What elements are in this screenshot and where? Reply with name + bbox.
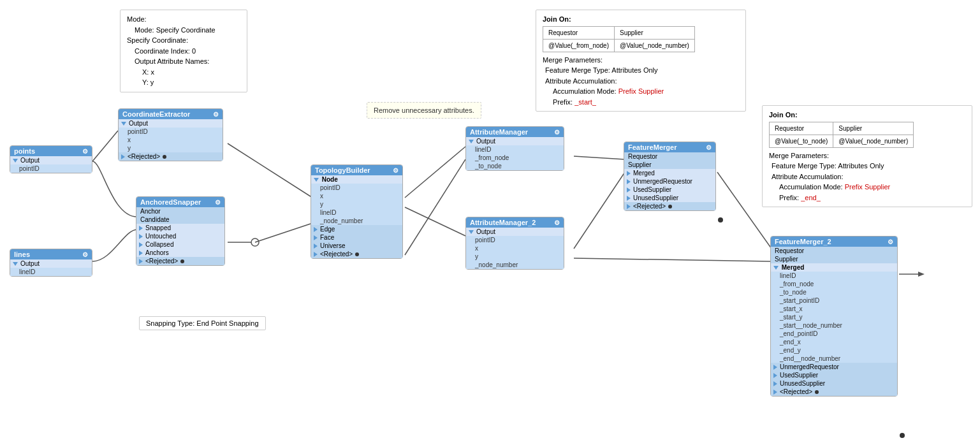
remove-note-text: Remove unnecessary attributes. [374,106,474,114]
as-rejected-dot [180,259,184,263]
fm1-used-port: UsedSupplier [624,186,715,194]
anchored-snapper-gear[interactable]: ⚙ [215,199,221,206]
mode-line7: Y: y [127,77,240,88]
anchored-snapper-node: AnchoredSnapper ⚙ Anchor Candidate Snapp… [136,196,225,266]
tb-x-port: x [311,192,402,200]
fm2-used-port: UsedSupplier [771,371,897,379]
triangle-right-icon8 [314,235,318,240]
feature-merger-header[interactable]: FeatureMerger ⚙ [624,142,715,152]
topology-builder-header[interactable]: TopologyBuilder ⚙ [311,165,402,175]
triangle-right-icon15 [627,204,631,209]
join-on1-requestor-value: @Value(_from_node) [543,39,615,52]
fm2-endpointid-port: _end_pointID [771,330,897,338]
join-on2-merge-line1: Feature Merge Type: Attributes Only [769,161,965,171]
as-collapsed-label: Collapsed [145,241,173,248]
join-on1-accent2: _start_ [574,98,596,106]
lines-label: lines [14,251,30,258]
topology-builder-node: TopologyBuilder ⚙ Node pointID x y lineI… [311,164,403,259]
lines-header[interactable]: lines ⚙ [10,249,92,259]
as-candidate-port: Candidate [136,215,224,224]
feature-merger-gear[interactable]: ⚙ [706,144,712,151]
tb-face-label: Face [320,234,334,241]
triangle-right-icon2 [139,226,143,231]
mode-line3: Specify Coordinate: [127,35,240,46]
as-snapped-port: Snapped [136,224,224,232]
attribute-manager-header[interactable]: AttributeManager ⚙ [466,127,564,137]
triangle-right-icon13 [627,187,631,193]
am2-x-port: x [466,244,564,252]
as-snapped-label: Snapped [145,224,171,231]
join-on1-merge-line3: Accumulation Mode: Prefix Supplier [543,86,739,97]
triangle-right-icon17 [773,373,777,378]
fm2-supplier-port: Supplier [771,255,897,263]
triangle-right-icon7 [314,227,318,232]
feature-merger2-header[interactable]: FeatureMerger_2 ⚙ [771,237,897,247]
feature-merger2-gear[interactable]: ⚙ [888,238,893,245]
join-on1-info: Join On: Requestor Supplier @Value(_from… [536,10,746,112]
fm2-rejected-dot [815,390,819,394]
anchored-snapper-label: AnchoredSnapper [140,198,201,206]
attribute-manager2-gear[interactable]: ⚙ [554,219,560,226]
points-header[interactable]: points ⚙ [10,146,92,156]
triangle-right-icon14 [627,196,631,201]
am2-nodenumber-port: _node_number [466,261,564,269]
join-on2-info: Join On: Requestor Supplier @Value(_to_n… [762,105,972,207]
points-node: points ⚙ Output pointID [10,145,92,173]
coordinate-extractor-node: CoordinateExtractor ⚙ Output pointID x y… [118,108,223,161]
as-untouched-label: Untouched [145,233,176,240]
tb-edge-label: Edge [320,226,335,233]
fm2-endnodenumber-port: _end__node_number [771,354,897,363]
triangle-down-icon [13,159,18,163]
triangle-down-icon7 [773,266,779,270]
triangle-down-icon4 [314,178,319,182]
fm1-unmerged-label: UnmergedRequestor [633,178,692,185]
as-anchors-label: Anchors [145,249,169,256]
as-anchors-port: Anchors [136,249,224,257]
triangle-right-icon19 [773,390,777,395]
attribute-manager2-header[interactable]: AttributeManager_2 ⚙ [466,217,564,228]
join-on2-merge-title: Merge Parameters: [769,150,965,161]
svg-point-2 [718,217,723,222]
tb-y-port: y [311,200,402,208]
as-collapsed-port: Collapsed [136,240,224,249]
remove-note: Remove unnecessary attributes. [367,102,481,119]
snapping-note: Snapping Type: End Point Snapping [139,316,266,330]
fm2-merged-section: Merged [771,263,897,272]
points-gear[interactable]: ⚙ [82,148,88,155]
attribute-manager-gear[interactable]: ⚙ [554,129,560,136]
feature-merger2-label: FeatureMerger_2 [775,238,831,245]
topology-builder-gear[interactable]: ⚙ [393,167,399,174]
as-rejected-label: <Rejected> [145,258,178,265]
tb-face-port: Face [311,233,402,242]
fm1-merged-label: Merged [633,170,655,177]
svg-point-0 [251,238,259,246]
coordinate-extractor-gear[interactable]: ⚙ [213,111,219,118]
coordinate-mode-info: Mode: Mode: Specify Coordinate Specify C… [120,10,247,92]
join-on1-merge-line4: Prefix: _start_ [543,97,739,108]
snapping-text: Snapping Type: End Point Snapping [146,319,259,327]
am1-tonode-port: _to_node [466,162,564,170]
join-on1-title: Join On: [543,14,739,25]
coordinate-extractor-label: CoordinateExtractor [122,110,190,118]
join-on1-accent1: Prefix Supplier [618,87,664,95]
feature-merger-node: FeatureMerger ⚙ Requestor Supplier Merge… [624,142,716,211]
tb-edge-port: Edge [311,225,402,233]
triangle-right-icon11 [627,171,631,176]
fm2-rejected-label: <Rejected> [780,388,812,395]
as-anchor-port: Anchor [136,207,224,215]
fm1-rejected-port: <Rejected> [624,202,715,210]
topology-builder-label: TopologyBuilder [315,166,370,174]
lines-gear[interactable]: ⚙ [82,251,88,258]
ce-output-section: Output [119,119,223,128]
points-output-section: Output [10,156,92,164]
fm2-starty-port: _start_y [771,313,897,321]
join-on2-requestor-header: Requestor [770,122,833,135]
coordinate-extractor-header[interactable]: CoordinateExtractor ⚙ [119,109,223,119]
mode-line6: X: x [127,67,240,78]
join-on2-requestor-value: @Value(_to_node) [770,135,833,147]
fm2-requestor-port: Requestor [771,247,897,255]
triangle-right-icon18 [773,381,777,386]
triangle-right-icon10 [314,252,318,257]
triangle-down-icon6 [469,230,474,234]
anchored-snapper-header[interactable]: AnchoredSnapper ⚙ [136,197,224,207]
